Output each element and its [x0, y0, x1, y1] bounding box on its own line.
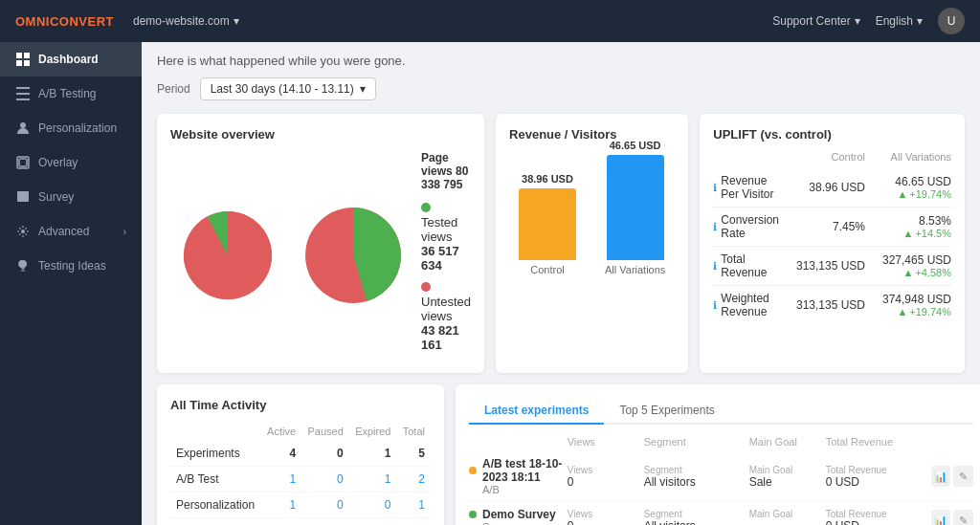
exp-chart-btn-1[interactable]: 📊: [931, 510, 951, 525]
sidebar-item-testing-ideas[interactable]: Testing Ideas: [0, 249, 142, 283]
activity-expired-1: 1: [349, 467, 397, 492]
activity-active-2: 1: [261, 492, 301, 518]
exp-status-dot-1: [469, 511, 477, 518]
pageviews-label: Page views: [421, 151, 453, 178]
main-content: Here is what happened while you were gon…: [142, 42, 980, 525]
activity-total-0: 5: [396, 441, 431, 467]
uplift-info-icon-2: ℹ: [713, 260, 717, 273]
exp-segment-val-0: All visitors: [644, 475, 749, 489]
exp-views-0: Views 0: [568, 465, 644, 489]
sidebar-item-dashboard[interactable]: Dashboard: [0, 42, 142, 77]
exp-header-revenue: Total Revenue: [826, 436, 931, 448]
exp-goal-val-1: -: [749, 519, 826, 526]
overview-title: Website overview: [170, 127, 471, 142]
uplift-metric-0: ℹ Revenue Per Visitor: [713, 174, 779, 201]
activity-active-0: 4: [261, 441, 301, 467]
pie-chart-proper: [301, 203, 406, 308]
language-selector[interactable]: English ▾: [876, 14, 923, 28]
all-bar-value: 46.65 USD: [610, 140, 661, 151]
period-selector[interactable]: Last 30 days (14.10 - 13.11) ▾: [200, 77, 376, 100]
uplift-all-val-1: 8.53% ▲ +14.5%: [865, 214, 951, 239]
sidebar-abtesting-label: A/B Testing: [38, 87, 96, 100]
exp-segment-1: Segment All visitors: [644, 509, 749, 526]
sidebar: Dashboard A/B Testing Personalization Ov…: [0, 42, 142, 525]
uplift-control-val-2: 313,135 USD: [779, 259, 865, 273]
ideas-icon: [15, 258, 31, 273]
person-icon: [15, 120, 31, 136]
activity-label-2: Personalization: [170, 492, 261, 518]
sidebar-item-overlay[interactable]: Overlay: [0, 145, 142, 180]
exp-goal-0: Main Goal Sale: [749, 465, 826, 489]
sidebar-dashboard-label: Dashboard: [38, 53, 99, 66]
tab-top5-experiments[interactable]: Top 5 Experiments: [604, 398, 729, 425]
all-bar-label: All Variations: [605, 264, 665, 275]
uplift-arrow-2: ▲: [902, 267, 913, 278]
uplift-card: UPLIFT (vs. control) Control All Variati…: [700, 114, 965, 373]
uplift-control-val-1: 7.45%: [779, 220, 865, 233]
control-bar-value: 38.96 USD: [522, 173, 573, 185]
uplift-change-1: ▲ +14.5%: [865, 228, 951, 239]
uplift-change-3: ▲ +19.74%: [865, 306, 951, 317]
exp-revenue-0: Total Revenue 0 USD: [826, 465, 931, 489]
uplift-row-3: ℹ Weighted Revenue 313,135 USD 374,948 U…: [713, 286, 951, 324]
uplift-metric-label-2: Total Revenue: [721, 252, 779, 279]
activity-label-1: A/B Test: [170, 467, 261, 492]
period-value: Last 30 days (14.10 - 13.11): [211, 82, 354, 96]
exp-edit-btn-0[interactable]: ✎: [953, 466, 973, 487]
tab-latest-experiments[interactable]: Latest experiments: [469, 398, 604, 425]
activity-label-0: Experiments: [170, 441, 261, 467]
uplift-metric-label-1: Conversion Rate: [721, 213, 779, 240]
activity-row-0: Experiments 4 0 1 5: [170, 441, 431, 467]
uplift-all-val-3: 374,948 USD ▲ +19.74%: [865, 293, 951, 317]
sidebar-item-personalization[interactable]: Personalization: [0, 111, 142, 145]
svg-rect-4: [16, 87, 30, 89]
activity-body: Experiments 4 0 1 5 A/B Test 1 0 1 2 Per…: [170, 441, 431, 525]
exp-goal-1: Main Goal -: [749, 509, 826, 526]
topbar: OMNICONVERT demo-website.com ▾ Support C…: [0, 0, 980, 42]
uplift-metric-3: ℹ Weighted Revenue: [713, 292, 779, 318]
activity-expired-0: 1: [349, 441, 397, 467]
activity-paused-2: 0: [301, 492, 349, 518]
logo: OMNICONVERT: [15, 14, 114, 29]
revenue-card: Revenue / Visitors 38.96 USD Control 46.…: [496, 114, 688, 373]
activity-card: All Time Activity Active Paused Expired …: [157, 384, 444, 525]
activity-col-active: Active: [261, 422, 301, 441]
exp-views-label-1: Views: [568, 509, 644, 519]
exp-revenue-val-0: 0 USD: [826, 475, 931, 489]
uplift-all-val-2: 327,465 USD ▲ +4.58%: [865, 253, 951, 278]
uplift-info-icon-0: ℹ: [713, 182, 717, 194]
sidebar-item-survey[interactable]: Survey: [0, 180, 142, 214]
activity-col-paused: Paused: [301, 422, 349, 441]
exp-chart-btn-0[interactable]: 📊: [931, 466, 951, 487]
activity-paused-1: 0: [301, 467, 349, 492]
experiments-card: Latest experiments Top 5 Experiments Vie…: [456, 384, 980, 525]
activity-active-1: 1: [261, 467, 301, 492]
overview-stats: Page views 80 338 795 Tested views 36 51…: [421, 151, 471, 360]
exp-goal-label-0: Main Goal: [749, 465, 826, 475]
activity-col-expired: Expired: [349, 422, 397, 441]
activity-col-total: Total: [396, 422, 431, 441]
exp-edit-btn-1[interactable]: ✎: [953, 510, 973, 525]
svg-rect-3: [24, 60, 30, 66]
uplift-all-header: All Variations: [865, 151, 951, 163]
sidebar-item-ab-testing[interactable]: A/B Testing: [0, 77, 142, 111]
uplift-control-val-3: 313,135 USD: [779, 298, 865, 312]
activity-expired-3: 0: [349, 518, 397, 526]
tested-value: 36 517 634: [421, 244, 471, 273]
exp-header-name: [469, 436, 568, 448]
period-row: Period Last 30 days (14.10 - 13.11) ▾: [157, 77, 965, 100]
sidebar-testing-ideas-label: Testing Ideas: [38, 259, 106, 273]
svg-rect-6: [16, 98, 30, 100]
exp-type-1: Survey: [482, 521, 568, 525]
activity-total-2: 1: [396, 492, 431, 518]
sidebar-overlay-label: Overlay: [38, 156, 78, 169]
experiment-item-1: Demo Survey Survey Views 0 Segment All v…: [469, 502, 973, 525]
support-center-link[interactable]: Support Center ▾: [772, 14, 859, 28]
support-center-label: Support Center: [772, 14, 850, 28]
sidebar-item-advanced[interactable]: Advanced ›: [0, 214, 142, 249]
user-avatar[interactable]: U: [938, 8, 965, 34]
experiments-list: A/B test 18-10-2023 18:11 A/B Views 0 Se…: [469, 451, 973, 525]
domain-selector[interactable]: demo-website.com ▾: [133, 14, 239, 28]
uplift-arrow-0: ▲: [897, 188, 907, 200]
uplift-control-header: Control: [779, 151, 865, 163]
